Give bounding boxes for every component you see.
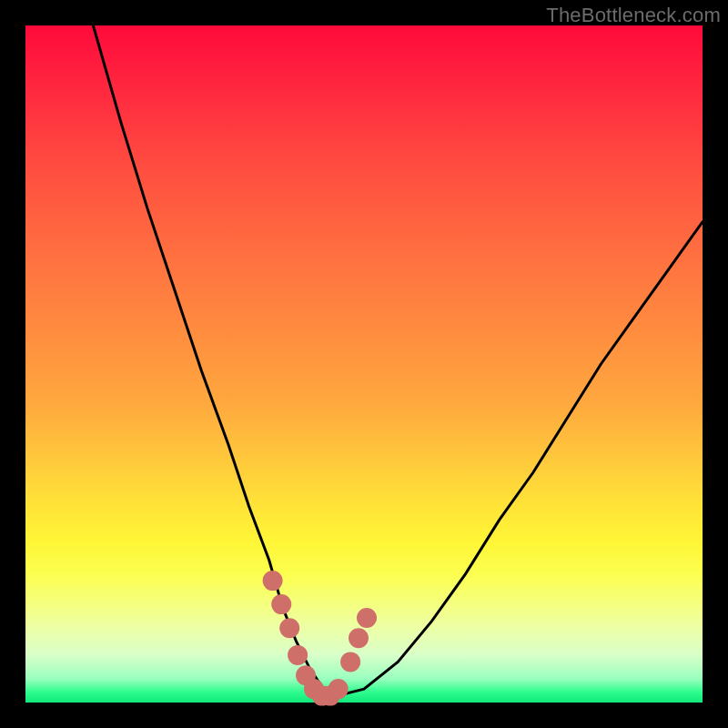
highlight-dot — [329, 679, 349, 699]
highlight-dot — [271, 594, 291, 614]
bottleneck-curve — [93, 25, 703, 696]
highlight-dot — [288, 645, 308, 665]
watermark-text: TheBottleneck.com — [546, 4, 721, 27]
curve-layer — [25, 25, 703, 703]
highlight-dot — [263, 571, 283, 591]
plot-area — [25, 25, 703, 703]
marker-group — [263, 571, 377, 706]
highlight-dot — [279, 618, 299, 638]
chart-frame: TheBottleneck.com — [0, 0, 728, 728]
highlight-dot — [349, 628, 369, 648]
highlight-dot — [357, 608, 377, 628]
highlight-dot — [340, 652, 360, 672]
